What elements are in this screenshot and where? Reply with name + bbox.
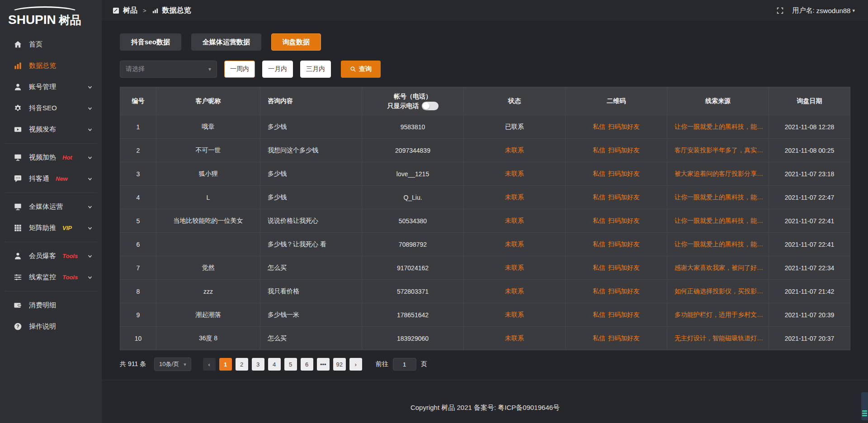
cell-account: 9583810 <box>362 115 464 139</box>
tab-1[interactable]: 全媒体运营数据 <box>191 33 261 51</box>
qr-scan-add-friend-link[interactable]: 扫码加好友 <box>608 240 640 248</box>
chevron-down-icon <box>87 226 93 231</box>
table-row: 7觉然怎么买917024162未联系私信扫码加好友感谢大家喜欢我家，被问了好…2… <box>120 256 850 280</box>
user-menu[interactable]: 用户名: zswodun88 ▾ <box>792 6 855 15</box>
sidebar-item-sliders[interactable]: 线索监控Tools <box>0 267 102 288</box>
qr-private-message-link[interactable]: 私信 <box>593 193 605 201</box>
username-value: zswodun88 <box>816 7 851 14</box>
cell-qrcode: 私信扫码加好友 <box>566 162 667 186</box>
source-link[interactable]: 如何正确选择投影仪，买投影… <box>675 287 763 295</box>
qr-private-message-link[interactable]: 私信 <box>593 170 605 177</box>
total-count: 共 911 条 <box>120 360 146 368</box>
cell-status: 未联系 <box>464 209 566 233</box>
sidebar-item-user[interactable]: 账号管理 <box>0 76 102 98</box>
goto-page-input[interactable] <box>393 358 416 371</box>
sidebar-item-home[interactable]: 首页 <box>0 34 102 55</box>
content: 抖音seo数据全媒体运营数据询盘数据 请选择 ▾ 一周内一月内三月内 查询 <box>102 22 868 380</box>
sidebar-item-screen[interactable]: 视频加热Hot <box>0 147 102 168</box>
qr-private-message-link[interactable]: 私信 <box>593 146 605 154</box>
cell-qrcode: 私信扫码加好友 <box>566 327 667 350</box>
range-button-0[interactable]: 一周内 <box>224 61 255 78</box>
sidebar-item-question[interactable]: ?操作说明 <box>0 316 102 337</box>
qr-scan-add-friend-link[interactable]: 扫码加好友 <box>608 193 640 201</box>
cell-source: 让你一眼就爱上的黑科技，能… <box>667 233 769 256</box>
chevron-down-icon <box>87 176 93 182</box>
qr-private-message-link[interactable]: 私信 <box>593 264 605 271</box>
qr-private-message-link[interactable]: 私信 <box>593 240 605 248</box>
source-link[interactable]: 客厅安装投影半年多了，真实… <box>675 146 763 154</box>
qr-scan-add-friend-link[interactable]: 扫码加好友 <box>608 146 640 154</box>
cell-content: 怎么买 <box>260 327 362 350</box>
account-filter-select[interactable]: 请选择 ▾ <box>120 61 217 78</box>
source-link[interactable]: 多功能护栏灯，适用于乡村文… <box>675 311 763 318</box>
sidebar-item-label: 会员爆客 <box>29 252 56 260</box>
qr-private-message-link[interactable]: 私信 <box>593 334 605 342</box>
sidebar-item-label: 矩阵助推 <box>29 224 56 232</box>
cell-content: 多少钱 <box>260 162 362 186</box>
cell-date: 2021-11-07 22:47 <box>769 186 850 209</box>
search-button[interactable]: 查询 <box>341 61 381 78</box>
range-button-1[interactable]: 一月内 <box>262 61 293 78</box>
page-button-1[interactable]: 1 <box>219 358 232 371</box>
qr-scan-add-friend-link[interactable]: 扫码加好友 <box>608 123 640 130</box>
page-button-92[interactable]: 92 <box>333 358 346 371</box>
table-row: 6多少钱？让我死心 看70898792未联系私信扫码加好友让你一眼就爱上的黑科技… <box>120 233 850 256</box>
page-button-5[interactable]: 5 <box>284 358 297 371</box>
chevron-down-icon <box>87 106 93 111</box>
next-page-button[interactable]: › <box>349 358 362 371</box>
source-link[interactable]: 无主灯设计，智能磁吸轨道灯… <box>675 334 763 342</box>
sidebar-item-grid[interactable]: 矩阵助推VIP <box>0 217 102 239</box>
qr-scan-add-friend-link[interactable]: 扫码加好友 <box>608 170 640 177</box>
qr-private-message-link[interactable]: 私信 <box>593 217 605 224</box>
cell-date: 2021-11-07 21:42 <box>769 280 850 303</box>
cell-status: 未联系 <box>464 256 566 280</box>
prev-page-button[interactable]: ‹ <box>203 358 216 371</box>
tab-2[interactable]: 询盘数据 <box>271 33 321 51</box>
page-size-select[interactable]: 10条/页 ▾ <box>154 357 191 371</box>
sidebar-item-user2[interactable]: 会员爆客Tools <box>0 245 102 267</box>
qr-private-message-link[interactable]: 私信 <box>593 311 605 318</box>
source-link[interactable]: 让你一眼就爱上的黑科技，能… <box>675 123 763 130</box>
side-floating-widget[interactable] <box>861 392 868 420</box>
goto-label: 前往 <box>376 360 388 368</box>
source-link[interactable]: 被大家追着问的客厅投影分享… <box>675 170 763 177</box>
logo-arc <box>11 6 79 12</box>
qr-scan-add-friend-link[interactable]: 扫码加好友 <box>608 334 640 342</box>
sidebar-item-gear[interactable]: 抖音SEO <box>0 98 102 119</box>
page-button-6[interactable]: 6 <box>301 358 313 371</box>
qr-scan-add-friend-link[interactable]: 扫码加好友 <box>608 287 640 295</box>
copyright-text: Copyright 树品 2021 备案号: 粤ICP备09019646号 <box>410 404 560 411</box>
cell-account: 50534380 <box>362 209 464 233</box>
sidebar-item-monitor[interactable]: 全媒体运营 <box>0 196 102 217</box>
qr-scan-add-friend-link[interactable]: 扫码加好友 <box>608 217 640 224</box>
qr-private-message-link[interactable]: 私信 <box>593 123 605 130</box>
sidebar-item-wallet[interactable]: 消费明细 <box>0 295 102 316</box>
cell-source: 让你一眼就爱上的黑科技，能… <box>667 209 769 233</box>
page-button-4[interactable]: 4 <box>268 358 281 371</box>
qr-scan-add-friend-link[interactable]: 扫码加好友 <box>608 264 640 271</box>
cell-nickname: zzz <box>156 280 260 303</box>
tab-0[interactable]: 抖音seo数据 <box>120 33 181 51</box>
chevron-down-icon <box>87 254 93 259</box>
phone-only-toggle[interactable] <box>422 102 439 110</box>
source-link[interactable]: 让你一眼就爱上的黑科技，能… <box>675 193 763 201</box>
breadcrumb-root[interactable]: 树品 <box>123 6 137 15</box>
fullscreen-icon[interactable] <box>776 7 784 14</box>
source-link[interactable]: 让你一眼就爱上的黑科技，能… <box>675 217 763 224</box>
qr-scan-add-friend-link[interactable]: 扫码加好友 <box>608 311 640 318</box>
sidebar-item-chart[interactable]: 数据总览 <box>0 55 102 76</box>
source-link[interactable]: 让你一眼就爱上的黑科技，能… <box>675 240 763 248</box>
page-button-2[interactable]: 2 <box>236 358 248 371</box>
cell-status: 未联系 <box>464 139 566 162</box>
chat-icon <box>14 174 22 183</box>
qr-private-message-link[interactable]: 私信 <box>593 287 605 295</box>
source-link[interactable]: 感谢大家喜欢我家，被问了好… <box>675 264 763 271</box>
chevron-down-icon <box>87 85 93 90</box>
range-button-2[interactable]: 三月内 <box>300 61 331 78</box>
more-pages-button[interactable]: ••• <box>317 358 330 371</box>
sidebar-item-video[interactable]: 视频发布 <box>0 119 102 140</box>
cell-account: 2097344839 <box>362 139 464 162</box>
page-button-3[interactable]: 3 <box>252 358 264 371</box>
sidebar-item-chat[interactable]: 抖客通New <box>0 168 102 189</box>
select-placeholder: 请选择 <box>126 65 145 73</box>
